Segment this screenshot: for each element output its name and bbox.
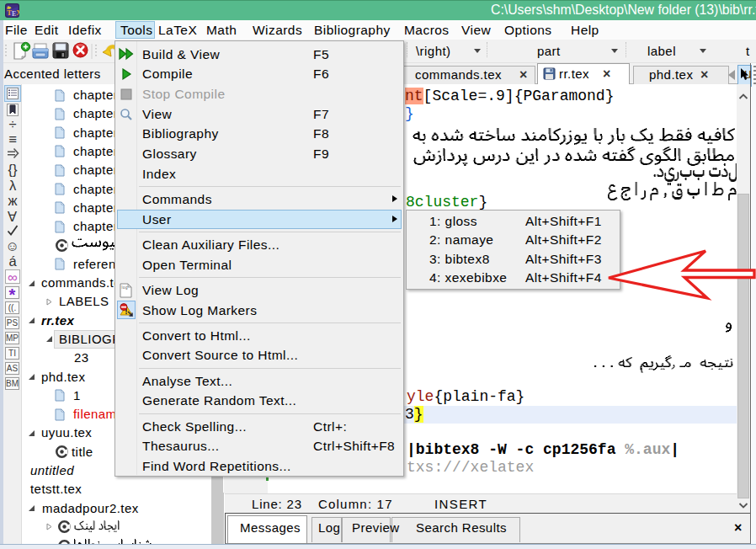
svg-text:TEX: TEX	[7, 8, 19, 19]
svg-text:log: log	[122, 285, 128, 290]
